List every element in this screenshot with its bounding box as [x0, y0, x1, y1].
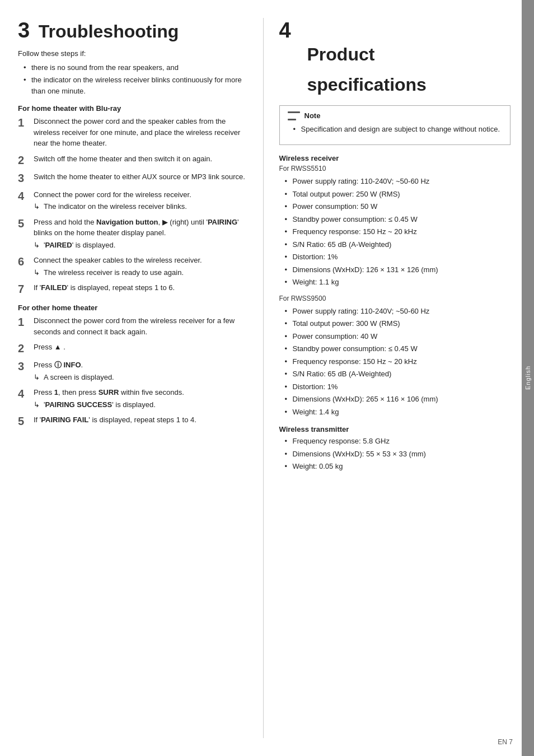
intro-bullet-1: there is no sound from the rear speakers… [24, 62, 250, 73]
list-item: Distortion: 1% [285, 381, 511, 393]
other-step-5-content: If 'PAIRING FAIL' is displayed, repeat s… [34, 414, 250, 428]
list-item: Weight: 1.1 kg [285, 277, 511, 288]
step-7-num: 7 [18, 282, 34, 296]
intro-bullet-2: the indicator on the wireless receiver b… [24, 74, 250, 96]
step-3: 3 Switch the home theater to either AUX … [18, 171, 250, 185]
sidebar-tab: English [522, 0, 534, 756]
step-6: 6 Connect the speaker cables to the wire… [18, 255, 250, 278]
other-step-4-result-bold: PAIRING SUCCESS [45, 400, 112, 409]
step-1: 1 Disconnect the power cord and the spea… [18, 116, 250, 149]
note-text: Specification and design are subject to … [293, 124, 503, 135]
other-step-1-text: Disconnect the power cord from the wirel… [34, 316, 235, 336]
transmitter-heading: Wireless transmitter [279, 425, 511, 433]
other-step-5-pre: If ' [34, 416, 41, 424]
rwss9500-specs-list: Power supply rating: 110-240V; ~50-60 Hz… [279, 306, 511, 418]
list-item: Weight: 1.4 kg [285, 407, 511, 418]
other-step-4-bold1: 1 [54, 388, 58, 396]
list-item: Power supply rating: 110-240V; ~50-60 Hz [285, 176, 511, 187]
other-step-2-num: 2 [18, 342, 34, 355]
step-4-num: 4 [18, 189, 34, 212]
step-5-result-bold: PAIRED [45, 241, 72, 249]
step-5-num: 5 [18, 217, 34, 251]
note-icon [288, 111, 300, 120]
section3-heading: 3 Troubleshooting [18, 18, 250, 44]
list-item: Total output power: 250 W (RMS) [285, 189, 511, 200]
intro-bullet-list: there is no sound from the rear speakers… [18, 62, 250, 97]
step-2-text: Switch off the home theater and then swi… [34, 155, 212, 163]
other-step-5-num: 5 [18, 414, 34, 428]
other-step-5-bold: PAIRING FAIL [41, 416, 88, 424]
step-1-num: 1 [18, 116, 34, 149]
step-6-content: Connect the speaker cables to the wirele… [34, 255, 250, 278]
other-step-2-content: Press ▲ . [34, 342, 250, 355]
step-4: 4 Connect the power cord for the wireles… [18, 189, 250, 212]
bluray-steps-list: 1 Disconnect the power cord and the spea… [18, 116, 250, 296]
step-5-content: Press and hold the Navigation button, ▶ … [34, 217, 250, 251]
section3-number: 3 [18, 18, 30, 42]
list-item: Standby power consumption: ≤ 0.45 W [285, 343, 511, 354]
other-heading: For other home theater [18, 304, 250, 312]
step-4-result-text: The indicator on the wireless receiver b… [44, 202, 187, 211]
list-item: Power supply rating: 110-240V; ~50-60 Hz [285, 306, 511, 317]
list-item: Power consumption: 50 W [285, 201, 511, 212]
step-6-result-text: The wireless receiver is ready to use ag… [44, 268, 184, 277]
other-step-5-post: ' is displayed, repeat steps 1 to 4. [88, 416, 196, 424]
step-5-bold1: Navigation button [96, 218, 158, 226]
section4-title-line2: specifications [279, 74, 511, 95]
transmitter-specs-list: Frequency response: 5.8 GHzDimensions (W… [279, 436, 511, 472]
page-container: 3 Troubleshooting Follow these steps if:… [0, 0, 534, 756]
section3-title: Troubleshooting [39, 21, 179, 41]
other-step-5: 5 If 'PAIRING FAIL' is displayed, repeat… [18, 414, 250, 428]
step-1-text: Disconnect the power cord and the speake… [34, 117, 240, 147]
other-step-4-result: 'PAIRING SUCCESS' is displayed. [34, 399, 250, 410]
list-item: Frequency response: 5.8 GHz [285, 436, 511, 447]
other-step-1: 1 Disconnect the power cord from the wir… [18, 315, 250, 337]
section4-heading: 4 Product specifications [279, 18, 511, 95]
intro-text: Follow these steps if: [18, 49, 250, 58]
other-step-3-result-text: A screen is displayed. [44, 373, 114, 381]
step-6-result: The wireless receiver is ready to use ag… [34, 267, 250, 278]
step-4-result: The indicator on the wireless receiver b… [34, 201, 250, 212]
step-7-pre: If ' [34, 283, 41, 292]
other-step-1-content: Disconnect the power cord from the wirel… [34, 315, 250, 337]
other-step-3-post: . [81, 361, 83, 369]
list-item: Total output power: 300 W (RMS) [285, 318, 511, 329]
step-7-content: If 'FAILED' is displayed, repeat steps 1… [34, 282, 250, 296]
step-7-bold: FAILED [41, 283, 67, 292]
other-step-4-mid: , then press [58, 388, 99, 396]
other-step-3-content: Press ⓘ INFO. A screen is displayed. [34, 360, 250, 382]
other-step-4-num: 4 [18, 387, 34, 410]
other-step-4-pre: Press [34, 388, 54, 396]
step-3-content: Switch the home theater to either AUX so… [34, 171, 250, 185]
other-step-3-num: 3 [18, 360, 34, 382]
other-steps-list: 1 Disconnect the power cord from the wir… [18, 315, 250, 428]
rwss9500-label: For RWSS9500 [279, 295, 511, 302]
sidebar-label: English [524, 366, 531, 390]
other-step-4-bold2: SURR [99, 388, 119, 396]
list-item: Standby power consumption: ≤ 0.45 W [285, 214, 511, 225]
step-7: 7 If 'FAILED' is displayed, repeat steps… [18, 282, 250, 296]
step-2-num: 2 [18, 153, 34, 167]
rwss5510-specs-list: Power supply rating: 110-240V; ~50-60 Hz… [279, 176, 511, 288]
other-step-4-post: within five seconds. [119, 388, 184, 396]
step-3-text: Switch the home theater to either AUX so… [34, 172, 245, 181]
step-2: 2 Switch off the home theater and then s… [18, 153, 250, 167]
step-6-num: 6 [18, 255, 34, 278]
list-item: S/N Ratio: 65 dB (A-Weighted) [285, 239, 511, 250]
list-item: Distortion: 1% [285, 251, 511, 263]
other-step-3: 3 Press ⓘ INFO. A screen is displayed. [18, 360, 250, 382]
step-5-result: 'PAIRED' is displayed. [34, 240, 250, 251]
note-icon-line1 [288, 111, 300, 113]
other-step-3-pre: Press [34, 361, 54, 369]
list-item: Frequency response: 150 Hz ~ 20 kHz [285, 226, 511, 237]
section4-number: 4 [279, 18, 291, 42]
step-5-symbol: , ▶ (right) until ' [158, 218, 208, 226]
other-step-3-bold: ⓘ INFO [54, 361, 81, 369]
wireless-receiver-heading: Wireless receiver [279, 154, 511, 162]
other-step-4-content: Press 1, then press SURR within five sec… [34, 387, 250, 410]
other-step-2-text: Press ▲ . [34, 343, 65, 351]
step-3-num: 3 [18, 171, 34, 185]
list-item: S/N Ratio: 65 dB (A-Weighted) [285, 368, 511, 380]
step-6-text: Connect the speaker cables to the wirele… [34, 256, 202, 264]
step-1-content: Disconnect the power cord and the speake… [34, 116, 250, 149]
